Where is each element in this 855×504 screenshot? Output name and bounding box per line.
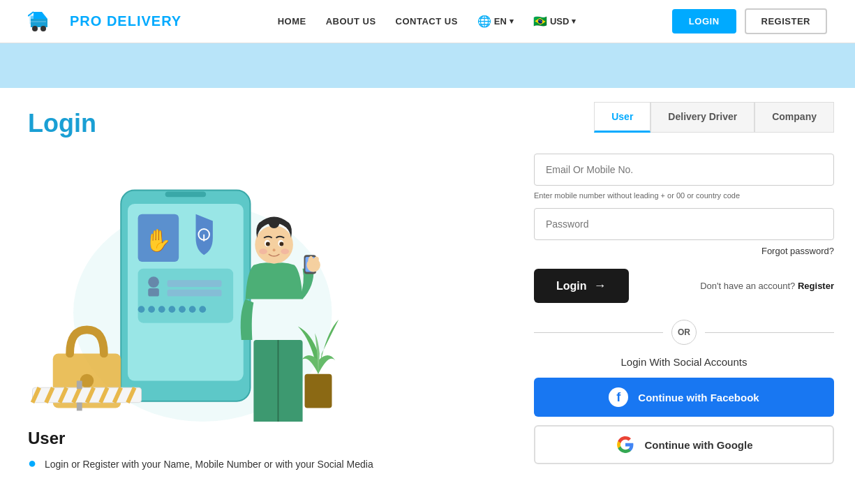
- password-input[interactable]: [534, 208, 834, 240]
- svg-point-3: [40, 26, 46, 31]
- svg-point-21: [169, 306, 176, 313]
- nav-contact[interactable]: CONTACT US: [396, 16, 458, 27]
- svg-point-46: [259, 249, 267, 254]
- hero-band: [0, 43, 855, 88]
- login-button[interactable]: Login →: [534, 269, 629, 303]
- svg-point-44: [279, 242, 283, 246]
- tab-company[interactable]: Company: [754, 102, 834, 133]
- svg-rect-16: [168, 280, 222, 287]
- svg-rect-37: [77, 381, 82, 390]
- svg-rect-17: [168, 290, 222, 297]
- nav-links: HOME ABOUT US CONTACT US 🌐 EN ▾ 🇧🇷 USD ▾: [278, 15, 577, 28]
- svg-point-2: [32, 26, 38, 31]
- nav-right: LOGIN REGISTER: [672, 8, 827, 34]
- svg-point-20: [158, 306, 165, 313]
- svg-point-45: [273, 249, 276, 251]
- arrow-icon: →: [594, 279, 607, 293]
- or-label: OR: [671, 320, 697, 345]
- user-heading: User: [28, 429, 492, 448]
- bullet-dot: ●: [28, 455, 36, 470]
- google-icon: [616, 435, 635, 454]
- nav-login-button[interactable]: LOGIN: [672, 9, 736, 34]
- right-side: User Delivery Driver Company Enter mobil…: [520, 88, 855, 485]
- left-side: Login ✋: [0, 88, 520, 485]
- logo-icon: [28, 9, 63, 34]
- svg-rect-38: [77, 403, 82, 411]
- svg-rect-8: [165, 191, 207, 197]
- nav-about[interactable]: ABOUT US: [326, 16, 376, 27]
- svg-point-22: [179, 306, 186, 313]
- svg-point-40: [269, 218, 280, 229]
- social-title: Login With Social Accounts: [534, 356, 834, 368]
- password-form-group: [534, 208, 834, 240]
- svg-text:✋: ✋: [144, 228, 172, 253]
- language-selector[interactable]: 🌐 EN ▾: [477, 15, 514, 28]
- or-line-left: [534, 332, 663, 333]
- navbar: PRO DELIVERY HOME ABOUT US CONTACT US 🌐 …: [0, 0, 855, 43]
- svg-point-14: [148, 276, 159, 288]
- google-login-button[interactable]: Continue with Google: [534, 425, 834, 464]
- main-content: Login ✋: [0, 88, 855, 485]
- user-description: ● Login or Register with your Name, Mobi…: [28, 455, 492, 471]
- illustration-area: ✋: [28, 149, 391, 422]
- tab-user[interactable]: User: [594, 102, 650, 133]
- login-row: Login → Don't have an account? Register: [534, 269, 834, 303]
- svg-rect-55: [305, 374, 332, 408]
- svg-point-19: [148, 306, 155, 313]
- email-input[interactable]: [534, 154, 834, 186]
- login-title: Login: [28, 109, 492, 138]
- illustration-svg: ✋: [28, 149, 391, 422]
- facebook-icon: f: [609, 387, 628, 407]
- nav-register-button[interactable]: REGISTER: [745, 8, 827, 34]
- svg-rect-15: [148, 288, 159, 297]
- facebook-login-button[interactable]: f Continue with Facebook: [534, 378, 834, 417]
- nav-home[interactable]: HOME: [278, 16, 306, 27]
- logo[interactable]: PRO DELIVERY: [28, 9, 181, 34]
- or-line-right: [705, 332, 834, 333]
- logo-text: PRO DELIVERY: [70, 13, 181, 29]
- forgot-password-link[interactable]: Forgot password?: [534, 246, 834, 256]
- tab-delivery-driver[interactable]: Delivery Driver: [650, 102, 754, 133]
- currency-selector[interactable]: 🇧🇷 USD ▾: [533, 15, 576, 28]
- user-section: User ● Login or Register with your Name,…: [28, 422, 492, 471]
- svg-point-23: [189, 306, 196, 313]
- login-tabs: User Delivery Driver Company: [534, 102, 834, 133]
- svg-point-43: [266, 242, 270, 246]
- svg-point-47: [281, 249, 289, 254]
- svg-point-39: [255, 225, 293, 264]
- or-divider: OR: [534, 320, 834, 345]
- email-hint: Enter mobile number without leading + or…: [534, 191, 834, 200]
- email-form-group: [534, 154, 834, 186]
- svg-point-18: [138, 306, 145, 313]
- svg-point-24: [199, 306, 206, 313]
- register-link[interactable]: Register: [798, 281, 834, 291]
- register-text: Don't have an account? Register: [700, 281, 834, 291]
